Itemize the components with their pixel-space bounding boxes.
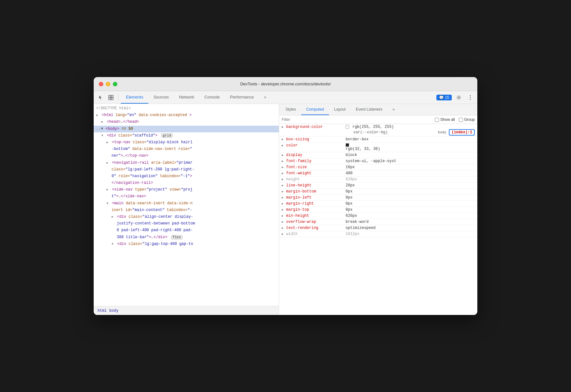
- dom-doctype-line[interactable]: <!DOCTYPE html>: [94, 105, 279, 112]
- scaffold-class-val: "scaffold": [132, 133, 155, 138]
- cursor-icon-button[interactable]: [96, 93, 105, 102]
- computed-row-margin-top[interactable]: ▶ margin-top 0px: [279, 207, 477, 213]
- computed-row-text-rendering[interactable]: ▶ text-rendering optimizespeed: [279, 225, 477, 231]
- computed-row-overflow-wrap[interactable]: ▶ overflow-wrap break-word: [279, 219, 477, 225]
- show-all-label: Show all: [440, 117, 455, 122]
- breadcrumb-body[interactable]: body: [108, 309, 120, 313]
- scaffold-expand-arrow[interactable]: ▼: [101, 133, 105, 138]
- computed-row-height[interactable]: ▶ height 626px: [279, 176, 477, 183]
- dom-div-titlebar-line[interactable]: ▶ <div class="align-center display-: [94, 214, 279, 220]
- sidenav-tag: <side-nav: [112, 187, 135, 192]
- dom-div-titlebar-cont3[interactable]: 300 title-bar">…</div> flex: [94, 234, 279, 241]
- group-checkbox[interactable]: [459, 118, 463, 122]
- more-menu-button[interactable]: [466, 93, 475, 102]
- min-height-expand[interactable]: ▶: [282, 214, 285, 218]
- computed-row-bg-color[interactable]: ▶ background-color rgb(255, 255, 255) va…: [279, 124, 477, 137]
- dom-scaffold-line[interactable]: ▼ <div class="scaffold"> grid: [94, 132, 279, 139]
- computed-row-font-size[interactable]: ▶ font-size 16px: [279, 164, 477, 170]
- dom-div-titlebar-cont1[interactable]: justify-content-between pad-bottom: [94, 220, 279, 227]
- dom-navrail-cont2[interactable]: 0" role="navigation" tabindex="-1">: [94, 173, 279, 180]
- color-expand[interactable]: ▶: [282, 144, 285, 147]
- dom-sidenav-line[interactable]: ▶ <side-nav type="project" view="proj: [94, 186, 279, 193]
- dom-div-titlebar-cont2[interactable]: 0 pad-left-400 pad-right-400 pad-: [94, 227, 279, 234]
- computed-row-margin-bottom[interactable]: ▶ margin-bottom 0px: [279, 189, 477, 195]
- dom-sidenav-end[interactable]: t">…</side-nav>: [94, 193, 279, 200]
- width-expand[interactable]: ▶: [282, 232, 285, 236]
- navrail-expand-arrow[interactable]: ▶: [106, 161, 110, 166]
- bg-color-expand[interactable]: ▶: [282, 125, 285, 129]
- dom-head-line[interactable]: ▶ <head>…</head>: [94, 119, 279, 125]
- computed-row-line-height[interactable]: ▶ line-height 28px: [279, 183, 477, 189]
- dom-html-line[interactable]: ▶ <html lang="en" data-cookies-accepted …: [94, 112, 279, 119]
- topnav-class-attr: class=: [133, 140, 146, 145]
- dom-topnav-continued[interactable]: -bottom" data-side-nav-inert role=": [94, 146, 279, 153]
- tab-event-listeners[interactable]: Event Listeners: [351, 104, 387, 115]
- show-all-checkbox[interactable]: [435, 118, 439, 122]
- margin-top-expand[interactable]: ▶: [282, 208, 285, 212]
- font-size-expand[interactable]: ▶: [282, 165, 285, 169]
- titlebar-expand-arrow[interactable]: ▶: [112, 215, 115, 220]
- maximize-button[interactable]: [113, 82, 117, 86]
- minimize-button[interactable]: [106, 82, 110, 86]
- topnav-expand-arrow[interactable]: ▶: [106, 140, 110, 145]
- tab-sources[interactable]: Sources: [148, 91, 174, 104]
- font-weight-expand[interactable]: ▶: [282, 171, 285, 175]
- box-sizing-expand[interactable]: ▶: [282, 137, 285, 141]
- line-height-expand[interactable]: ▶: [282, 184, 285, 187]
- margin-bottom-expand[interactable]: ▶: [282, 190, 285, 193]
- div-gap-class-attr: class=: [129, 242, 142, 246]
- filter-input[interactable]: [282, 117, 431, 122]
- dom-div-gap-line[interactable]: ▼ <div class="lg:gap-top-400 gap-to: [94, 241, 279, 247]
- bg-color-link[interactable]: (index):1: [449, 129, 475, 136]
- computed-row-font-family[interactable]: ▶ font-family system-ui, -apple-syst: [279, 158, 477, 164]
- right-tab-more[interactable]: »: [387, 104, 400, 115]
- dom-main-cont[interactable]: inert id="main-content" tabindex="-: [94, 207, 279, 214]
- inspect-icon-button[interactable]: [106, 93, 115, 102]
- computed-row-width[interactable]: ▶ width 1012px: [279, 231, 477, 237]
- tab-console[interactable]: Console: [199, 91, 225, 104]
- settings-icon-button[interactable]: [454, 93, 463, 102]
- scaffold-class-attr: class=: [118, 133, 132, 138]
- computed-row-display[interactable]: ▶ display block: [279, 152, 477, 158]
- tab-styles[interactable]: Styles: [280, 104, 301, 115]
- computed-row-min-height[interactable]: ▶ min-height 626px: [279, 213, 477, 219]
- computed-row-margin-right[interactable]: ▶ margin-right 0px: [279, 201, 477, 207]
- tab-network[interactable]: Network: [174, 91, 199, 104]
- tab-more[interactable]: »: [259, 91, 271, 104]
- head-expand-arrow[interactable]: ▶: [101, 120, 105, 125]
- issues-badge[interactable]: 💬 15: [436, 95, 452, 100]
- computed-row-color[interactable]: ▶ color rgb(32, 33, 36): [279, 143, 477, 152]
- svg-rect-3: [111, 98, 113, 100]
- main-expand-arrow[interactable]: ▼: [106, 201, 110, 206]
- computed-row-margin-left[interactable]: ▶ margin-left 0px: [279, 195, 477, 201]
- computed-row-box-sizing[interactable]: ▶ box-sizing border-box: [279, 137, 477, 143]
- dom-topnav-line[interactable]: ▶ <top-nav class="display-block hairl: [94, 139, 279, 146]
- scaffold-tag: <div: [107, 133, 118, 138]
- text-rendering-expand[interactable]: ▶: [282, 226, 285, 230]
- dom-topnav-end[interactable]: ner">…</top-nav>: [94, 153, 279, 159]
- margin-right-expand[interactable]: ▶: [282, 202, 285, 206]
- tab-layout[interactable]: Layout: [329, 104, 351, 115]
- computed-row-font-weight[interactable]: ▶ font-weight 400: [279, 170, 477, 176]
- tab-performance[interactable]: Performance: [225, 91, 259, 104]
- topnav-end-tag: </top-nav>: [125, 153, 148, 158]
- close-button[interactable]: [99, 82, 103, 86]
- html-expand-arrow[interactable]: ▶: [96, 113, 99, 118]
- dom-body-line[interactable]: …·▼ <body> == $0: [94, 126, 279, 132]
- sidenav-expand-arrow[interactable]: ▶: [106, 187, 110, 192]
- margin-right-val: 0px: [346, 201, 475, 206]
- tab-elements[interactable]: Elements: [121, 91, 148, 104]
- tab-computed[interactable]: Computed: [301, 104, 329, 115]
- dom-navrail-line[interactable]: ▶ <navigation-rail aria-label="primar: [94, 160, 279, 166]
- height-expand[interactable]: ▶: [282, 177, 285, 181]
- gap-expand-arrow[interactable]: ▼: [112, 242, 115, 247]
- breadcrumb-html[interactable]: html: [96, 309, 108, 313]
- dom-navrail-end[interactable]: </navigation-rail>: [94, 180, 279, 186]
- dom-main-line[interactable]: ▼ <main data-search-inert data-side-n: [94, 200, 279, 207]
- dom-navrail-cont1[interactable]: class="lg:pad-left-200 lg:pad-right-: [94, 166, 279, 173]
- font-family-expand[interactable]: ▶: [282, 159, 285, 163]
- overflow-wrap-expand[interactable]: ▶: [282, 220, 285, 224]
- div-end-tag: </div>: [153, 235, 167, 239]
- display-expand[interactable]: ▶: [282, 153, 285, 157]
- margin-left-expand[interactable]: ▶: [282, 196, 285, 200]
